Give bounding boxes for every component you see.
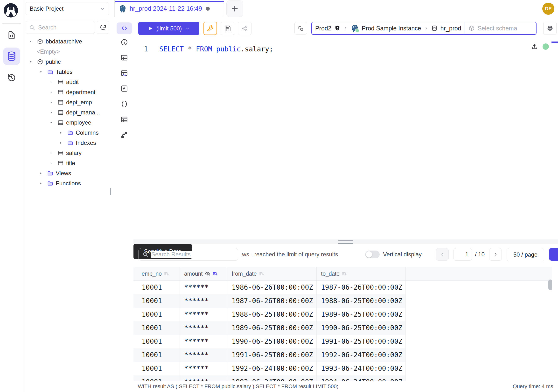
new-tab-button[interactable]: [227, 0, 243, 17]
results-search-input[interactable]: [151, 251, 224, 258]
tree-item-tables[interactable]: Tables: [23, 67, 112, 77]
link-icon: [297, 25, 304, 31]
cell-from_date: 1991-06-25T00:00:00Z: [227, 348, 317, 362]
status-dot: [355, 28, 359, 33]
cell-amount: ******: [180, 362, 227, 375]
tree-item-salary[interactable]: salary: [23, 148, 112, 158]
column-header-to_date[interactable]: to_date: [317, 267, 406, 280]
tree-item-public[interactable]: public: [23, 57, 112, 67]
tree-item--empty-[interactable]: <Empty>: [23, 47, 112, 57]
vertical-display-toggle[interactable]: [365, 251, 380, 258]
tree-item-columns[interactable]: Columns: [23, 128, 112, 138]
connection-breadcrumb[interactable]: Prod2 Prod Sample Instance hr_prod: [311, 22, 537, 35]
admin-mode-button[interactable]: [203, 22, 217, 35]
vertical-display-label: Vertical display: [383, 251, 422, 258]
user-avatar[interactable]: DE: [542, 3, 554, 15]
tree-item-bbdataarchive[interactable]: bbdataarchive: [23, 36, 112, 47]
tab-bar: hr_prod 2024-11-22 16:49 DE: [112, 0, 558, 18]
tree-item-functions[interactable]: Functions: [23, 178, 112, 189]
cell-to_date: 1990-06-25T00:00:00Z: [317, 321, 406, 335]
sql-editor-icon[interactable]: [117, 22, 132, 34]
toggle-knob: [366, 251, 372, 258]
tree-item-dept-emp[interactable]: dept_emp: [23, 97, 112, 107]
cell-to_date: 1987-06-26T00:00:00Z: [317, 281, 406, 294]
external-tables-icon[interactable]: [121, 116, 128, 123]
database-icon: [431, 25, 437, 31]
results-scrollbar-thumb[interactable]: [548, 279, 552, 290]
cell-empty: [406, 308, 552, 321]
history-nav-icon[interactable]: [0, 73, 23, 82]
bytebase-logo[interactable]: [3, 2, 19, 18]
prev-page-button[interactable]: [436, 248, 449, 261]
project-selector[interactable]: Basic Project: [26, 2, 109, 15]
cell-empty: [406, 362, 552, 375]
tree-item-employee[interactable]: employee: [23, 118, 112, 128]
cell-emp_no: 10001: [133, 294, 180, 308]
cell-from_date: 1988-06-25T00:00:00Z: [227, 308, 317, 321]
tables-icon[interactable]: [121, 54, 128, 61]
export-button[interactable]: [549, 248, 558, 261]
tree-item-indexes[interactable]: Indexes: [23, 138, 112, 148]
cell-from_date: 1992-06-24T00:00:00Z: [227, 362, 317, 375]
masked-tables-icon[interactable]: [121, 69, 128, 77]
content-area: (limit 500) P: [112, 17, 558, 392]
upload-button[interactable]: [531, 43, 538, 50]
refresh-button[interactable]: [97, 21, 109, 34]
databases-nav-icon[interactable]: [3, 48, 20, 65]
worksheets-nav-icon[interactable]: [0, 31, 23, 40]
table-row: 10001******1990-06-25T00:00:00Z1991-06-2…: [133, 335, 552, 348]
search-icon: [29, 24, 35, 31]
search-icon: [142, 251, 148, 258]
plus-icon: [231, 5, 239, 13]
column-header-emp_no[interactable]: emp_no: [133, 267, 180, 280]
sql-editor[interactable]: 1 SELECT * FROM public.salary;: [133, 40, 558, 239]
main-area: hr_prod 2024-11-22 16:49 DE (limit 500): [112, 0, 558, 392]
tree-item-title[interactable]: title: [23, 158, 112, 168]
sidebar-search[interactable]: [26, 21, 95, 34]
cell-empty: [406, 335, 552, 348]
save-button[interactable]: [221, 22, 234, 35]
column-header-from_date[interactable]: from_date: [227, 267, 317, 280]
cell-amount: ******: [180, 375, 227, 381]
database-name: hr_prod: [440, 25, 461, 32]
editor-toolbar: (limit 500) P: [133, 17, 558, 40]
shield-icon: [334, 25, 340, 31]
cell-empty: [406, 321, 552, 335]
functions-icon[interactable]: [121, 85, 128, 92]
cell-to_date: 1989-06-25T00:00:00Z: [317, 308, 406, 321]
table-row: 10001******1986-06-26T00:00:00Z1987-06-2…: [133, 281, 552, 294]
connection-status-dot: [542, 44, 549, 50]
info-icon[interactable]: [121, 38, 128, 46]
procedures-icon[interactable]: [121, 100, 128, 108]
play-icon: [148, 26, 153, 31]
chevron-down-icon: [185, 26, 190, 31]
table-row: 10001******1992-06-24T00:00:00Z1993-06-2…: [133, 362, 552, 375]
schema-diagram-icon[interactable]: [121, 131, 128, 139]
results-search[interactable]: [139, 248, 238, 261]
worksheet-tab[interactable]: hr_prod 2024-11-22 16:49: [114, 0, 224, 17]
cell-emp_no: 10001: [133, 362, 180, 375]
tree-item-views[interactable]: Views: [23, 168, 112, 178]
editor-scrollbar[interactable]: [551, 40, 558, 239]
table-header-row: emp_noamountfrom_dateto_date: [133, 267, 552, 281]
cell-emp_no: 10001: [133, 375, 180, 381]
share-button[interactable]: [238, 22, 252, 35]
panel-resize-handle[interactable]: [133, 239, 558, 244]
connection-button[interactable]: [295, 22, 307, 35]
cell-to_date: 1993-06-24T00:00:00Z: [317, 362, 406, 375]
save-icon: [224, 25, 231, 32]
column-header-amount[interactable]: amount: [180, 267, 227, 280]
tree-item-department[interactable]: department: [23, 87, 112, 97]
next-page-button[interactable]: [489, 248, 502, 261]
tree-item-audit[interactable]: audit: [23, 77, 112, 87]
sidebar-search-input[interactable]: [38, 24, 87, 31]
ai-assistant-button[interactable]: [543, 22, 557, 35]
page-number-input[interactable]: [453, 248, 472, 261]
tree-item-dept-mana-[interactable]: dept_mana...: [23, 107, 112, 118]
page-size-select[interactable]: 50 / page: [506, 248, 544, 261]
table-row: 10001******1989-06-25T00:00:00Z1990-06-2…: [133, 321, 552, 335]
tab-title: hr_prod 2024-11-22 16:49: [130, 5, 202, 12]
run-query-button[interactable]: (limit 500): [138, 22, 199, 35]
editor-column: (limit 500) P: [133, 17, 558, 392]
cell-amount: ******: [180, 321, 227, 335]
